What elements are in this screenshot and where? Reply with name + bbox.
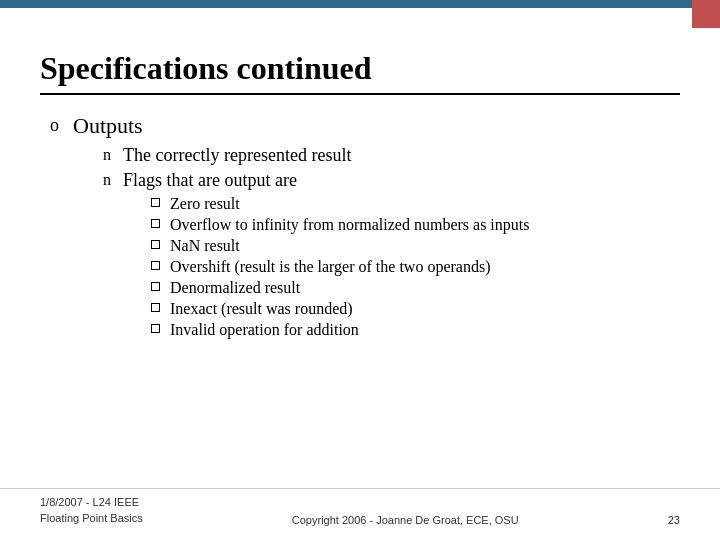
bullet-n-icon-1: n — [103, 146, 111, 164]
level3-item-0: Zero result — [151, 195, 529, 213]
level3-text-2: NaN result — [170, 237, 240, 255]
footer-left-line2: Floating Point Basics — [40, 511, 143, 526]
footer: 1/8/2007 - L24 IEEE Floating Point Basic… — [0, 488, 720, 526]
bullet-n-icon-2: n — [103, 171, 111, 189]
level2-item-flags: n Flags that are output are Zero result — [103, 170, 529, 342]
footer-center: Copyright 2006 - Joanne De Groat, ECE, O… — [292, 514, 519, 526]
slide-title: Specifications continued — [40, 50, 680, 87]
bullet-sq-icon-4 — [151, 282, 160, 291]
bullet-sq-icon-5 — [151, 303, 160, 312]
top-bar — [0, 0, 720, 8]
bullet-sq-icon-0 — [151, 198, 160, 207]
bullet-sq-icon-6 — [151, 324, 160, 333]
level2-flags-content: Flags that are output are Zero result Ov… — [123, 170, 529, 342]
level1-outputs-content: Outputs n The correctly represented resu… — [73, 113, 529, 346]
title-section: Specifications continued — [40, 50, 680, 95]
level3-text-5: Inexact (result was rounded) — [170, 300, 353, 318]
corner-box — [692, 0, 720, 28]
level3-text-4: Denormalized result — [170, 279, 300, 297]
slide: Specifications continued o Outputs n The… — [0, 0, 720, 540]
level3-item-6: Invalid operation for addition — [151, 321, 529, 339]
bullet-sq-icon-3 — [151, 261, 160, 270]
footer-left-line1: 1/8/2007 - L24 IEEE — [40, 495, 143, 510]
bullet-sq-icon-1 — [151, 219, 160, 228]
title-rule — [40, 93, 680, 95]
level3-item-3: Overshift (result is the larger of the t… — [151, 258, 529, 276]
level2-list: n The correctly represented result n Fla… — [103, 145, 529, 342]
level2-correctly-label: The correctly represented result — [123, 145, 351, 166]
level3-text-3: Overshift (result is the larger of the t… — [170, 258, 491, 276]
level2-item-correctly: n The correctly represented result — [103, 145, 529, 166]
level2-flags-label: Flags that are output are — [123, 170, 297, 190]
footer-page-number: 23 — [668, 514, 680, 526]
level3-text-6: Invalid operation for addition — [170, 321, 359, 339]
level1-outputs-label: Outputs — [73, 113, 143, 138]
level3-text-0: Zero result — [170, 195, 240, 213]
content-area: o Outputs n The correctly represented re… — [40, 113, 680, 346]
level3-list: Zero result Overflow to infinity from no… — [151, 195, 529, 339]
footer-left: 1/8/2007 - L24 IEEE Floating Point Basic… — [40, 495, 143, 526]
level3-item-4: Denormalized result — [151, 279, 529, 297]
level3-text-1: Overflow to infinity from normalized num… — [170, 216, 529, 234]
level1-item-outputs: o Outputs n The correctly represented re… — [50, 113, 680, 346]
bullet-sq-icon-2 — [151, 240, 160, 249]
bullet-o-icon: o — [50, 115, 59, 136]
level3-item-1: Overflow to infinity from normalized num… — [151, 216, 529, 234]
level3-item-2: NaN result — [151, 237, 529, 255]
level3-item-5: Inexact (result was rounded) — [151, 300, 529, 318]
